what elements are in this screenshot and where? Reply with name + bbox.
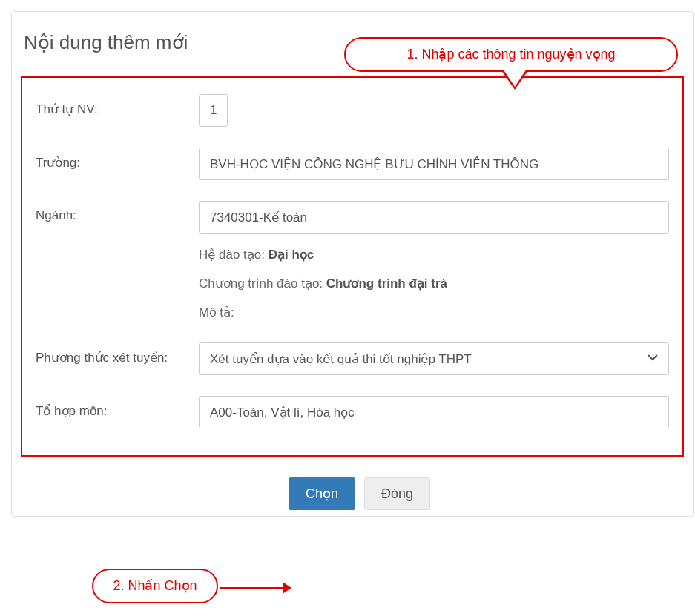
annotation-2-text: 2. Nhấn Chọn [113,578,197,593]
button-row: Chọn Đóng [289,477,687,510]
input-subjects-value: A00-Toán, Vật lí, Hóa học [210,405,355,420]
form-highlight-box: Thứ tự NV: 1 Trường: BVH-HỌC VIỆN CÔNG N… [21,76,684,457]
annotation-2-arrow [220,587,290,589]
info-desc: Mô tả: [199,305,669,320]
label-method: Phương thức xét tuyển: [36,342,199,365]
info-system-value: Đại học [269,248,314,262]
label-subjects: Tổ hợp môn: [36,396,199,419]
annotation-step-2: 2. Nhấn Chọn [92,569,218,603]
row-subjects: Tổ hợp môn: A00-Toán, Vật lí, Hóa học [36,396,669,428]
row-method: Phương thức xét tuyển: Xét tuyển dựa vào… [36,342,669,375]
close-button[interactable]: Đóng [364,477,430,510]
select-method-value: Xét tuyển dựa vào kết quả thi tốt nghiệp… [210,351,472,367]
choose-button[interactable]: Chọn [289,477,355,510]
row-major: Ngành: 7340301-Kế toán Hệ đào tạo: Đại h… [36,201,669,320]
input-order[interactable]: 1 [199,94,228,127]
info-program: Chương trình đào tạo: Chương trình đại t… [199,276,669,291]
input-major-value: 7340301-Kế toán [210,210,307,225]
annotation-1-text: 1. Nhập các thông tin nguyện vọng [406,47,615,62]
info-program-value: Chương trình đại trà [326,276,447,291]
label-school: Trường: [36,148,199,170]
major-extra-info: Hệ đào tạo: Đại học Chương trình đào tạo… [199,247,669,320]
input-subjects[interactable]: A00-Toán, Vật lí, Hóa học [199,396,669,428]
annotation-step-1: 1. Nhập các thông tin nguyện vọng [344,37,678,72]
info-system-label: Hệ đào tạo: [199,248,269,262]
select-method[interactable]: Xét tuyển dựa vào kết quả thi tốt nghiệp… [199,342,669,375]
info-program-label: Chương trình đào tạo: [199,276,326,291]
input-major[interactable]: 7340301-Kế toán [199,201,669,234]
input-order-value: 1 [210,103,217,118]
input-school-value: BVH-HỌC VIỆN CÔNG NGHỆ BƯU CHÍNH VIỄN TH… [210,156,538,172]
row-order: Thứ tự NV: 1 [36,94,669,127]
label-major: Ngành: [36,201,199,223]
row-school: Trường: BVH-HỌC VIỆN CÔNG NGHỆ BƯU CHÍNH… [36,148,669,180]
label-order: Thứ tự NV: [36,94,199,117]
dialog-container: 1. Nhập các thông tin nguyện vọng Nội du… [11,11,694,517]
input-school[interactable]: BVH-HỌC VIỆN CÔNG NGHỆ BƯU CHÍNH VIỄN TH… [199,148,669,180]
info-system: Hệ đào tạo: Đại học [199,247,669,262]
